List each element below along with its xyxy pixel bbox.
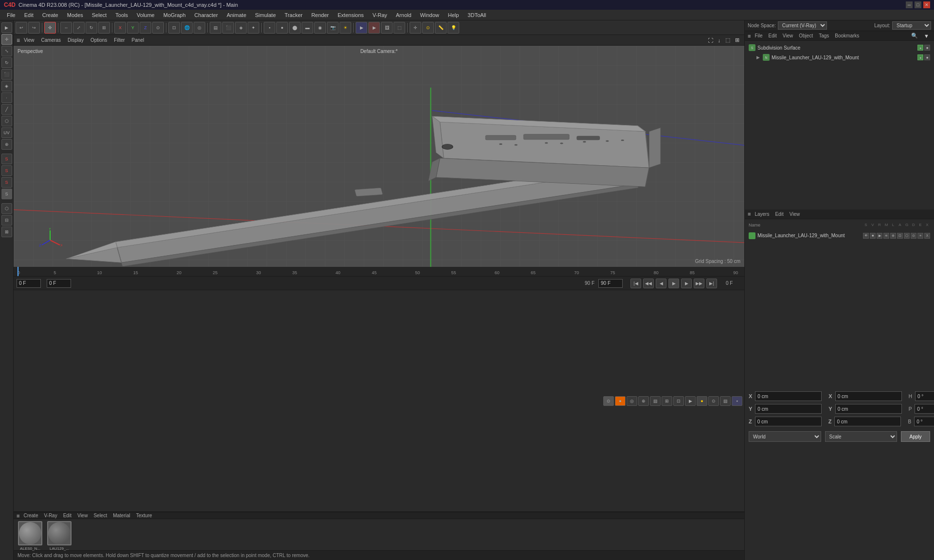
layer-render-icon[interactable]: ▶	[877, 233, 882, 239]
obj-filter-icon[interactable]: ▼	[922, 33, 931, 39]
timeline-track[interactable]: ⊙ ● ◎ ⊕ ▤ ⊞ ⊡ ▶ ● ⊙ ▤ ▪	[14, 290, 744, 511]
poly-mode-icon[interactable]: ⬡	[1, 116, 12, 126]
layers-menu-layers[interactable]: Layers	[753, 211, 771, 217]
material-item-2[interactable]: LAU129_...	[47, 521, 72, 551]
x-axis-icon[interactable]: X	[114, 22, 126, 34]
obj-menu-view[interactable]: View	[781, 33, 795, 39]
maximize-button[interactable]: □	[915, 1, 921, 8]
snap2-icon[interactable]: ⊙	[422, 22, 434, 34]
object-row-missile[interactable]: ▶ N Missile_Launcher_LAU-129_with_Mount …	[747, 52, 932, 62]
layer-motion-icon[interactable]: ≋	[883, 233, 889, 239]
object-mode-icon[interactable]: ⊕	[1, 139, 12, 150]
sub-vis-icon[interactable]: ●	[917, 45, 923, 51]
coord-y-input[interactable]	[755, 404, 822, 414]
obj-menu-edit[interactable]: Edit	[767, 33, 779, 39]
obj-menu-file[interactable]: File	[753, 33, 764, 39]
light-icon[interactable]: ☀	[340, 22, 351, 34]
coord-b-input[interactable]	[914, 417, 934, 426]
move-tool-icon[interactable]: ✛	[1, 34, 12, 45]
model-mode-icon[interactable]: ◈	[1, 81, 12, 91]
vp-menu-filter[interactable]: Filter	[111, 36, 127, 44]
goto-start-btn[interactable]: |◀	[630, 279, 641, 288]
vp-icon1[interactable]: ⛶	[706, 37, 715, 43]
timeline-icon12[interactable]: ▪	[732, 396, 742, 406]
tool5-icon[interactable]: ⬡	[1, 203, 12, 214]
tool1-icon[interactable]: S	[1, 154, 12, 164]
object-row-subdivision[interactable]: S Subdivision Surface ● ■	[747, 43, 932, 52]
timeline-icon11[interactable]: ▤	[720, 396, 731, 406]
parent-coord-icon[interactable]: ⊡	[168, 22, 180, 34]
timeline-icon4[interactable]: ⊕	[638, 396, 649, 406]
tool4-icon[interactable]: S	[1, 189, 12, 199]
menu-simulate[interactable]: Simulate	[251, 11, 280, 19]
layers-menu-edit[interactable]: Edit	[773, 211, 785, 217]
coord-mode-dropdown[interactable]: World	[749, 431, 821, 442]
menu-extensions[interactable]: Extensions	[334, 11, 368, 19]
menu-window[interactable]: Window	[416, 11, 443, 19]
select-tool-icon[interactable]: ⬛	[1, 69, 12, 80]
snap-icon[interactable]: ✛	[410, 22, 421, 34]
layers-menu-view[interactable]: View	[788, 211, 802, 217]
vp-icon3[interactable]: ⬚	[723, 37, 732, 43]
undo-icon[interactable]: ↩	[16, 22, 27, 34]
vp-menu-display[interactable]: Display	[65, 36, 87, 44]
menu-tracker[interactable]: Tracker	[281, 11, 306, 19]
node-space-dropdown[interactable]: Current (V-Ray)	[778, 21, 827, 30]
extrude-icon[interactable]: ⬛	[222, 22, 234, 34]
prev-frame-btn[interactable]: ◀◀	[643, 279, 654, 288]
menu-render[interactable]: Render	[307, 11, 333, 19]
menu-arnold[interactable]: Arnold	[392, 11, 415, 19]
layer-eye-icon[interactable]: 👁	[863, 233, 869, 239]
vp-hamburger-icon[interactable]: ≡	[17, 37, 20, 44]
plane-icon[interactable]: ▬	[302, 22, 313, 34]
model-viewport[interactable]: ...	[14, 46, 744, 267]
coord-y2-input[interactable]	[835, 404, 902, 414]
render-to-po-icon[interactable]: 🖼	[381, 22, 393, 34]
menu-animate[interactable]: Animate	[223, 11, 250, 19]
weld-icon[interactable]: ✦	[248, 22, 259, 34]
frame-current-input[interactable]	[47, 279, 71, 288]
timeline-icon1[interactable]: ⊙	[603, 396, 614, 406]
obj-search-icon[interactable]: 🔍	[909, 33, 920, 39]
obj-menu-object[interactable]: Object	[797, 33, 815, 39]
menu-edit[interactable]: Edit	[20, 11, 37, 19]
timeline-icon5[interactable]: ▤	[650, 396, 661, 406]
mat-menu-vray[interactable]: V-Ray	[42, 512, 59, 519]
coord-h-input[interactable]	[915, 391, 934, 401]
layer-deform-icon[interactable]: ⊕	[890, 233, 896, 239]
layer-gen-icon[interactable]: ⬡	[904, 233, 910, 239]
bevel-icon[interactable]: ◈	[235, 22, 247, 34]
missile-vis-icon[interactable]: ●	[917, 54, 923, 60]
play-btn[interactable]: ▶	[668, 279, 679, 288]
sphere-icon[interactable]: ●	[276, 22, 288, 34]
missile-edit-icon[interactable]: ■	[924, 54, 930, 60]
menu-mograph[interactable]: MoGraph	[160, 11, 190, 19]
menu-modes[interactable]: Modes	[63, 11, 87, 19]
menu-3dtoall[interactable]: 3DToAll	[464, 11, 490, 19]
next-1-btn[interactable]: ▶	[681, 279, 692, 288]
obj-menu-tags[interactable]: Tags	[817, 33, 831, 39]
render-icon[interactable]: ▶	[356, 22, 367, 34]
timeline-icon8[interactable]: ▶	[685, 396, 696, 406]
vp-menu-view[interactable]: View	[21, 36, 37, 44]
torus-icon[interactable]: ◉	[314, 22, 326, 34]
layer-row-missile[interactable]: Missile_Launcher_LAU-129_with_Mount 👁 ■ …	[747, 231, 932, 241]
live-select-icon[interactable]: ✜	[44, 22, 56, 34]
point-mode-icon[interactable]: ·	[1, 92, 12, 103]
transform-icon[interactable]: ⊞	[98, 22, 110, 34]
goto-end-btn[interactable]: ▶|	[706, 279, 717, 288]
coord-p-input[interactable]	[915, 404, 934, 414]
layout-dropdown[interactable]: Startup	[892, 21, 931, 30]
menu-help[interactable]: Help	[444, 11, 463, 19]
move-icon[interactable]: ↔	[60, 22, 72, 34]
cube-icon[interactable]: ▪	[264, 22, 275, 34]
timeline-icon2[interactable]: ●	[615, 396, 626, 406]
uv-mode-icon[interactable]: UV	[1, 127, 12, 138]
layers-hamburger[interactable]: ≡	[748, 211, 751, 217]
mat-menu-texture[interactable]: Texture	[134, 512, 154, 519]
z-axis-icon[interactable]: Z	[140, 22, 151, 34]
coord-x2-input[interactable]	[835, 391, 902, 401]
camera-icon[interactable]: 📷	[327, 22, 339, 34]
coord-z-input[interactable]	[755, 417, 822, 426]
frame-end-input[interactable]	[598, 279, 623, 288]
